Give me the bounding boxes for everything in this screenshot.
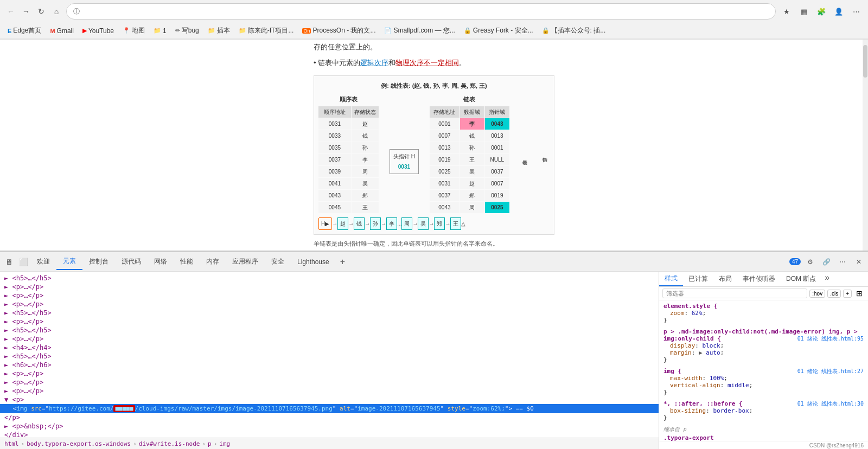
devtools-inspect-btn[interactable]: ⬜ bbox=[16, 255, 30, 269]
styles-tab-layout[interactable]: 布局 bbox=[713, 272, 737, 286]
style-prop[interactable]: max-width: 100%; bbox=[663, 375, 864, 382]
style-prop[interactable]: box-sizing: border-box; bbox=[663, 407, 864, 414]
bookmark-folder1[interactable]: 📁 1 bbox=[150, 26, 170, 36]
devtools-body: ► <h5>…</h5> ► <p>…</p> ► <p>…</p> ► <p>… bbox=[0, 272, 868, 449]
devtools-connect-btn[interactable]: 🔗 bbox=[819, 255, 833, 269]
address-input[interactable]: ① 文件 C:/Users/■■■■■/Desktop/01_绪论_线性表.ht… bbox=[83, 8, 769, 15]
styles-tab-listeners[interactable]: 事件侦听器 bbox=[737, 272, 781, 286]
style-source-link[interactable]: 01 绪论 线性表.html:27 bbox=[797, 368, 864, 375]
breadcrumb-body[interactable]: body.typora-export.os-windows bbox=[27, 440, 131, 447]
favorites-button[interactable]: ★ bbox=[779, 4, 794, 19]
dom-row[interactable]: ► <p>…</p> bbox=[0, 387, 659, 395]
forward-button[interactable]: → bbox=[20, 5, 33, 18]
style-prop[interactable]: margin: ▶ auto; bbox=[663, 349, 864, 356]
dom-content[interactable]: ► <h5>…</h5> ► <p>…</p> ► <p>…</p> ► <p>… bbox=[0, 272, 659, 438]
dom-row[interactable]: ► <p>…</p> bbox=[0, 317, 659, 326]
styles-tab-computed[interactable]: 已计算 bbox=[683, 272, 713, 286]
style-prop[interactable]: display: block; bbox=[663, 342, 864, 349]
dom-row[interactable]: ► <h5>…</h5> bbox=[0, 309, 659, 317]
address-bar[interactable]: ⓘ ① 文件 C:/Users/■■■■■/Desktop/01_绪论_线性表.… bbox=[66, 3, 776, 20]
dom-row[interactable]: ► <h5>…</h5> bbox=[0, 352, 659, 361]
processon-icon: On bbox=[302, 28, 311, 34]
bookmark-label: 插本 bbox=[217, 26, 230, 35]
devtools-toggle-btn[interactable]: 🖥 bbox=[2, 255, 16, 269]
filter-cls-btn[interactable]: .cls bbox=[827, 290, 841, 298]
dom-row[interactable]: ► <p>…</p> bbox=[0, 335, 659, 343]
collections-button[interactable]: ▦ bbox=[796, 4, 812, 19]
style-source-link[interactable]: 01 绪论 线性表.html:30 bbox=[797, 400, 864, 408]
tab-memory[interactable]: 内存 bbox=[200, 254, 226, 270]
dom-row[interactable]: ▼ <p> bbox=[0, 395, 659, 404]
bookmark-label: Greasy Fork - 安全... bbox=[473, 26, 533, 35]
bookmarks-bar: E Edge首页 M Gmail ▶ YouTube 📍 地图 📁 1 ✏ 写b… bbox=[0, 23, 868, 39]
tab-application[interactable]: 应用程序 bbox=[226, 254, 265, 270]
breadcrumb-div[interactable]: div#write.is-node bbox=[139, 440, 200, 447]
filter-hov-btn[interactable]: :hov bbox=[809, 290, 825, 298]
devtools-more-btn[interactable]: ⋯ bbox=[835, 255, 850, 269]
breadcrumb-html[interactable]: html bbox=[4, 440, 19, 447]
style-prop[interactable]: zoom: 62%; bbox=[663, 310, 864, 317]
bookmark-youtube[interactable]: ▶ YouTube bbox=[79, 26, 117, 36]
dom-row[interactable]: ► <p>…</p> bbox=[0, 369, 659, 378]
bookmark-it[interactable]: 📁 陈来此-IT项目... bbox=[235, 25, 297, 36]
dom-row[interactable]: ► <h6>…</h6> bbox=[0, 361, 659, 369]
filter-more-btn[interactable]: ⊞ bbox=[854, 288, 865, 298]
bookmark-chaben[interactable]: 📁 插本 bbox=[205, 25, 233, 36]
style-source-link[interactable]: 01 绪论 线性表.html:95 bbox=[797, 335, 864, 343]
tab-sources[interactable]: 源代码 bbox=[115, 254, 148, 270]
styles-expand-btn[interactable]: » bbox=[821, 272, 833, 286]
dom-row[interactable]: ► <p>…</p> bbox=[0, 291, 659, 300]
tab-elements[interactable]: 元素 bbox=[56, 253, 82, 270]
bookmark-greasyfork[interactable]: 🔒 Greasy Fork - 安全... bbox=[461, 25, 537, 36]
devtools-settings-btn[interactable]: ⚙ bbox=[803, 255, 817, 269]
home-button[interactable]: ⌂ bbox=[50, 5, 63, 18]
dom-row[interactable]: ► <p>&nbsp;</p> bbox=[0, 422, 659, 431]
tab-welcome[interactable]: 欢迎 bbox=[30, 254, 56, 270]
extensions-button[interactable]: 🧩 bbox=[814, 4, 829, 19]
dom-row[interactable]: </div> bbox=[0, 431, 659, 438]
bookmark-smallpdf[interactable]: 📄 Smallpdf.com — 您... bbox=[381, 25, 458, 36]
bookmark-label: 【插本公众号: 插... bbox=[551, 26, 606, 35]
styles-tab-dom-breakpoints[interactable]: DOM 断点 bbox=[781, 272, 821, 286]
dom-row[interactable]: ► <p>…</p> bbox=[0, 378, 659, 387]
style-rule-inherited: .typora-export bbox=[663, 434, 864, 441]
tab-performance[interactable]: 性能 bbox=[174, 254, 200, 270]
scrollbar-thumb bbox=[863, 45, 867, 78]
tab-lighthouse[interactable]: Lighthouse bbox=[291, 255, 336, 269]
greasyfork-icon: 🔒 bbox=[464, 27, 471, 34]
styles-filter-row: :hov .cls + ⊞ bbox=[659, 287, 868, 300]
dom-row[interactable]: ► <p>…</p> bbox=[0, 300, 659, 309]
bookmark-writebug[interactable]: ✏ 写bug bbox=[172, 25, 202, 36]
back-button[interactable]: ← bbox=[4, 5, 17, 18]
devtools-close-btn[interactable]: ✕ bbox=[852, 255, 866, 269]
dom-row[interactable]: ► <h5>…</h5> bbox=[0, 274, 659, 283]
dom-row-selected[interactable]: <img src="https://gitee.com/■■■■■/cloud-… bbox=[0, 404, 659, 413]
bookmark-maps[interactable]: 📍 地图 bbox=[119, 25, 148, 36]
tab-network[interactable]: 网络 bbox=[148, 254, 174, 270]
styles-filter-input[interactable] bbox=[662, 288, 807, 298]
page-inner: 存的任意位置上的。 • 链表中元素的逻辑次序和物理次序不一定相同。 例: 线性表… bbox=[0, 40, 868, 251]
devtools-panel: 🖥 ⬜ 欢迎 元素 控制台 源代码 网络 性能 内存 应用程序 安全 Light… bbox=[0, 251, 868, 449]
filter-add-btn[interactable]: + bbox=[843, 290, 852, 298]
bookmark-gmail[interactable]: M Gmail bbox=[47, 26, 77, 36]
writebug-icon: ✏ bbox=[175, 27, 180, 34]
bookmark-pub[interactable]: 🔒 【插本公众号: 插... bbox=[539, 25, 609, 36]
dom-row[interactable]: ► <p>…</p> bbox=[0, 283, 659, 291]
style-prop[interactable]: vertical-align: middle; bbox=[663, 382, 864, 389]
dom-row[interactable]: ► <h4>…</h4> bbox=[0, 343, 659, 352]
page-scrollbar[interactable] bbox=[863, 40, 868, 251]
add-tab-button[interactable]: + bbox=[336, 255, 349, 269]
tab-console[interactable]: 控制台 bbox=[82, 254, 115, 270]
breadcrumb-img[interactable]: img bbox=[219, 440, 230, 447]
breadcrumb-p[interactable]: p bbox=[208, 440, 212, 447]
settings-button[interactable]: ⋯ bbox=[848, 4, 864, 19]
account-button[interactable]: 👤 bbox=[831, 4, 846, 19]
dom-row[interactable]: ► <h5>…</h5> bbox=[0, 326, 659, 335]
bookmark-edge[interactable]: E Edge首页 bbox=[4, 25, 44, 36]
dom-row[interactable]: </p> bbox=[0, 413, 659, 422]
styles-panel: 样式 已计算 布局 事件侦听器 DOM 断点 » :hov .cls + ⊞ e… bbox=[659, 272, 868, 449]
refresh-button[interactable]: ↻ bbox=[35, 5, 48, 18]
bookmark-processon[interactable]: On ProcessOn - 我的文... bbox=[299, 25, 379, 36]
styles-tab-styles[interactable]: 样式 bbox=[659, 272, 683, 286]
tab-security[interactable]: 安全 bbox=[265, 254, 291, 270]
